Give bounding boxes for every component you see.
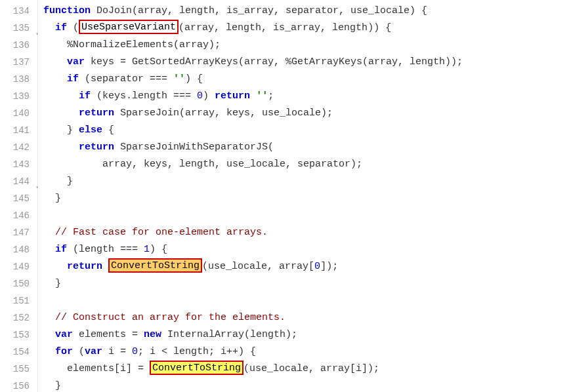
line-number: 155	[0, 361, 37, 378]
line-number: 139	[0, 88, 37, 105]
code-token: if	[67, 73, 79, 85]
code-token: (	[67, 22, 79, 33]
code-token: }	[43, 125, 79, 136]
code-line[interactable]: return SparseJoin(array, keys, use_local…	[43, 105, 571, 122]
code-token: return	[215, 90, 250, 102]
code-line[interactable]: for (var i = 0; i < length; i++) {	[43, 343, 571, 361]
code-token	[43, 312, 55, 323]
code-line[interactable]: elements[i] = ConvertToString(use_locale…	[43, 361, 571, 378]
code-token: 1	[144, 244, 150, 255]
code-token: array, keys, length, use_locale, separat…	[43, 159, 362, 170]
code-token: if	[55, 22, 67, 33]
code-line[interactable]: var elements = new InternalArray(length)…	[43, 326, 571, 343]
code-token	[102, 261, 108, 272]
code-token: return	[79, 142, 114, 153]
code-token: SparseJoinWithSeparatorJS(	[114, 142, 274, 153]
highlighted-identifier: ConvertToString	[108, 258, 202, 273]
code-token: (use_locale, array[i]);	[243, 363, 379, 374]
code-line[interactable]: if (keys.length === 0) return '';	[43, 88, 571, 105]
line-number: 147	[0, 224, 37, 241]
line-number: 141	[0, 122, 37, 139]
code-token: }	[43, 193, 61, 204]
highlighted-identifier: ConvertToString	[150, 361, 243, 375]
code-token: ]);	[320, 261, 338, 272]
code-token: ) {	[150, 244, 167, 255]
code-token: var	[55, 329, 73, 340]
code-token: SparseJoin(array, keys, use_locale);	[114, 108, 333, 119]
line-number: 146	[0, 207, 37, 224]
code-token	[43, 261, 67, 272]
code-line[interactable]: }	[43, 275, 571, 292]
line-number: 152	[0, 309, 37, 326]
code-line[interactable]: // Construct an array for the elements.	[43, 309, 571, 326]
fold-marker-icon[interactable]: ▾	[33, 179, 39, 184]
code-token: 0	[197, 90, 203, 102]
code-token: var	[67, 56, 85, 68]
code-line[interactable]: } else {	[43, 122, 571, 139]
code-token	[43, 227, 55, 238]
code-token: ''	[173, 73, 185, 85]
code-line[interactable]: if (length === 1) {	[43, 241, 571, 258]
line-number: 134	[0, 3, 37, 20]
code-token	[250, 90, 256, 102]
code-token: return	[67, 261, 102, 272]
code-token: )	[203, 90, 215, 102]
code-token: 0	[132, 346, 138, 357]
code-token: (array, length, is_array, length)) {	[179, 22, 391, 33]
code-line[interactable]: return ConvertToString(use_locale, array…	[43, 258, 571, 275]
line-number: 136	[0, 37, 37, 54]
code-token: // Fast case for one-element arrays.	[55, 227, 268, 238]
code-token	[43, 73, 67, 85]
line-number-gutter: 134135▾136137138139140141142143144▾14514…	[0, 0, 38, 392]
code-line[interactable]	[43, 207, 571, 224]
code-token: }	[43, 176, 73, 187]
code-token: if	[55, 244, 67, 255]
code-token: %NormalizeElements(array);	[43, 39, 221, 50]
line-number: 151	[0, 292, 37, 309]
code-line[interactable]: }	[43, 173, 571, 190]
code-line[interactable]: array, keys, length, use_locale, separat…	[43, 156, 571, 173]
code-token: {	[102, 125, 114, 136]
code-token: else	[79, 125, 102, 136]
code-token	[43, 142, 79, 153]
line-number: 138	[0, 71, 37, 88]
line-number: 156	[0, 378, 37, 392]
code-line[interactable]	[43, 292, 571, 309]
fold-marker-icon[interactable]: ▾	[33, 26, 39, 31]
code-token	[43, 244, 55, 255]
code-line[interactable]: }	[43, 378, 571, 392]
code-editor-area[interactable]: function DoJoin(array, length, is_array,…	[38, 0, 571, 392]
code-line[interactable]: var keys = GetSortedArrayKeys(array, %Ge…	[43, 54, 571, 71]
line-number: 145	[0, 190, 37, 207]
code-token	[43, 56, 67, 68]
line-number: 140	[0, 105, 37, 122]
code-token: i =	[102, 346, 132, 357]
code-token	[43, 108, 79, 119]
code-token: (separator ===	[79, 73, 173, 85]
line-number: 143	[0, 156, 37, 173]
line-number: 149	[0, 258, 37, 275]
line-number: 135▾	[0, 20, 37, 37]
line-number: 150	[0, 275, 37, 292]
code-line[interactable]: // Fast case for one-element arrays.	[43, 224, 571, 241]
code-token: elements[i] =	[43, 363, 150, 374]
code-token: ;	[268, 90, 274, 102]
code-token: (length ===	[67, 244, 144, 255]
code-line[interactable]: if (separator === '') {	[43, 71, 571, 88]
code-token: }	[43, 278, 61, 289]
code-token: return	[79, 108, 114, 119]
code-token	[43, 346, 55, 357]
code-line[interactable]: if (UseSparseVariant(array, length, is_a…	[43, 20, 571, 37]
highlighted-identifier: UseSparseVariant	[79, 20, 179, 34]
code-token: ; i < length; i++) {	[138, 346, 256, 357]
code-token: new	[144, 329, 161, 340]
code-token: ''	[256, 90, 268, 102]
code-line[interactable]: %NormalizeElements(array);	[43, 37, 571, 54]
code-token: (	[73, 346, 85, 357]
code-line[interactable]: return SparseJoinWithSeparatorJS(	[43, 139, 571, 156]
code-token	[43, 329, 55, 340]
code-line[interactable]: function DoJoin(array, length, is_array,…	[43, 3, 571, 20]
code-token: var	[85, 346, 102, 357]
code-token: // Construct an array for the elements.	[55, 312, 286, 323]
code-line[interactable]: }	[43, 190, 571, 207]
